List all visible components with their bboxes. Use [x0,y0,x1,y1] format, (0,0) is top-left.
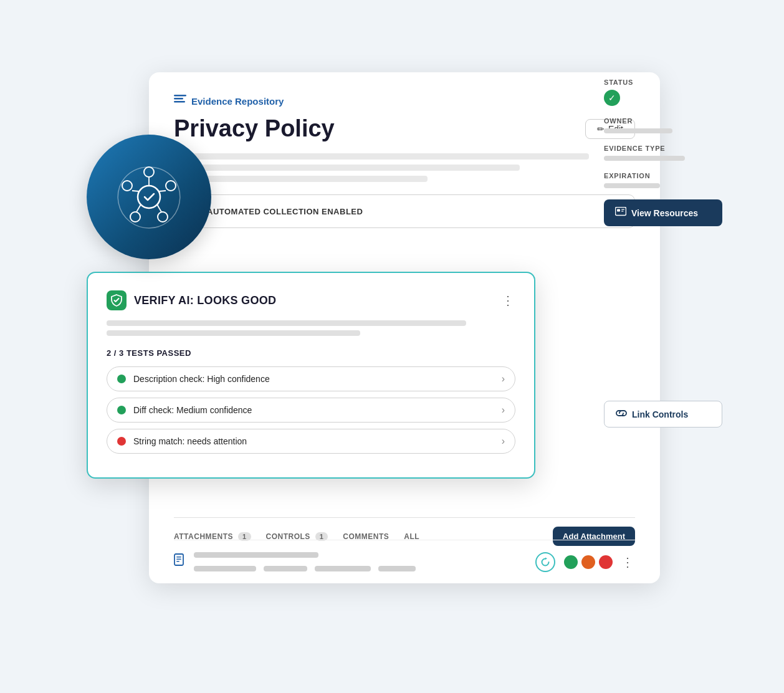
text-placeholder-lines [174,153,635,182]
auto-collection-banner: AUTOMATED COLLECTION ENABLED ⋮ [174,194,635,228]
link-controls-icon [616,409,627,419]
view-resources-button[interactable]: View Resources [604,199,722,226]
text-line-1 [174,153,589,160]
data-row-menu[interactable]: ⋮ [621,555,635,570]
link-controls-button[interactable]: Link Controls [604,401,722,428]
shield-check-icon [107,290,127,310]
svg-line-22 [132,191,139,191]
svg-point-16 [130,212,140,222]
network-icon [112,160,186,234]
data-line-4 [315,566,371,571]
test-chevron-3: › [502,436,505,447]
svg-rect-6 [176,559,181,560]
data-text-block [194,552,527,571]
text-line-2 [174,165,520,171]
view-resources-icon [615,207,626,219]
ai-desc-line-1 [107,320,466,326]
svg-rect-9 [617,209,620,212]
svg-rect-1 [174,98,183,100]
test-dot-2 [117,406,126,414]
status-check-icon: ✓ [604,90,620,106]
status-section: STATUS ✓ [604,79,722,106]
right-sidebar: STATUS ✓ OWNER EVIDENCE TYPE EXPIRATION [604,79,722,428]
data-line-5 [378,566,416,571]
test-chevron-2: › [502,404,505,416]
status-dot-orange [581,555,595,569]
auto-collection-text: AUTOMATED COLLECTION ENABLED [207,207,363,216]
status-dot-red [599,555,613,569]
evidence-type-section: EVIDENCE TYPE [604,145,722,161]
expiration-value [604,183,660,188]
repo-header: Evidence Repository [174,95,635,108]
tests-passed-label: 2 / 3 TESTS PASSED [107,348,515,358]
link-controls-label: Link Controls [632,409,688,419]
svg-point-17 [122,181,132,191]
evidence-type-label: EVIDENCE TYPE [604,145,722,152]
svg-line-21 [136,204,141,212]
owner-label: OWNER [604,117,722,125]
ai-verify-card: VERIFY AI: LOOKS GOOD ⋮ 2 / 3 TESTS PASS… [87,272,535,479]
ai-card-menu[interactable]: ⋮ [502,293,515,308]
deco-circle [87,135,211,259]
test-item-2[interactable]: Diff check: Medium confidence › [107,398,515,423]
svg-line-19 [159,191,166,191]
document-icon [174,553,186,570]
test-dot-1 [117,375,126,383]
page-title: Privacy Policy [174,115,335,142]
status-dot-green [564,555,578,569]
svg-point-14 [166,181,176,191]
data-line-1 [194,552,318,558]
test-item-3[interactable]: String match: needs attention › [107,429,515,454]
auto-collection-left: AUTOMATED COLLECTION ENABLED [186,204,363,219]
view-resources-label: View Resources [631,208,698,218]
test-label-2: Diff check: Medium confidence [133,405,502,415]
text-line-3 [174,176,428,182]
refresh-icon[interactable] [535,552,555,572]
ai-card-header: VERIFY AI: LOOKS GOOD ⋮ [107,290,515,310]
expiration-section: EXPIRATION [604,172,722,188]
svg-point-13 [144,167,154,177]
owner-value [604,128,672,133]
status-label: STATUS [604,79,722,86]
ai-card-title-row: VERIFY AI: LOOKS GOOD [107,290,276,310]
data-row-content: ⋮ [194,552,635,572]
owner-section: OWNER [604,117,722,133]
test-chevron-1: › [502,373,505,385]
test-dot-3 [117,437,126,446]
data-line-2 [194,566,256,571]
ai-desc-line-2 [107,330,360,336]
svg-rect-11 [621,211,624,211]
test-item-1[interactable]: Description check: High confidence › [107,366,515,391]
ai-desc-lines [107,320,515,336]
data-line-3 [264,566,307,571]
status-dots-row [564,555,613,569]
ai-card-title: VERIFY AI: LOOKS GOOD [134,294,276,307]
svg-rect-2 [174,101,185,103]
svg-point-15 [158,212,168,222]
svg-rect-5 [176,557,181,558]
svg-line-20 [157,204,161,212]
repo-list-icon [174,95,186,108]
svg-rect-7 [176,561,179,562]
data-row: ⋮ [174,540,635,583]
repo-title: Evidence Repository [191,96,284,107]
test-label-3: String match: needs attention [133,436,502,446]
evidence-type-value [604,156,685,161]
expiration-label: EXPIRATION [604,172,722,179]
page-title-row: Privacy Policy ✏ Edit [174,115,635,142]
svg-rect-0 [174,95,186,97]
svg-rect-10 [621,209,624,210]
svg-rect-8 [616,208,626,216]
test-label-1: Description check: High confidence [133,374,502,384]
